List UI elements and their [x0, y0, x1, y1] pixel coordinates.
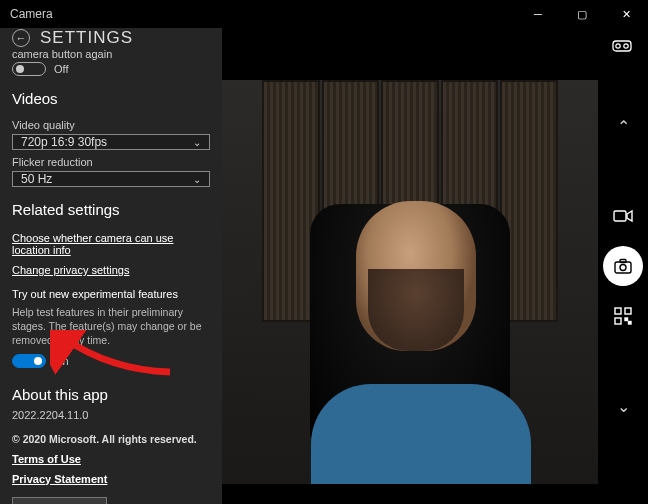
videos-section-title: Videos — [12, 90, 210, 107]
maximize-button[interactable]: ▢ — [560, 0, 604, 28]
video-mode-button[interactable] — [607, 200, 639, 232]
svg-rect-4 — [615, 262, 631, 273]
barcode-mode-button[interactable] — [607, 300, 639, 332]
send-feedback-button[interactable]: Send feedback — [12, 497, 107, 504]
svg-rect-11 — [629, 322, 632, 325]
svg-point-6 — [620, 265, 626, 271]
privacy-statement-link[interactable]: Privacy Statement — [12, 473, 210, 485]
scroll-down-button[interactable]: ⌄ — [607, 390, 639, 422]
chevron-down-icon: ⌄ — [193, 137, 201, 148]
close-button[interactable]: ✕ — [604, 0, 648, 28]
title-bar: Camera ─ ▢ ✕ — [0, 0, 648, 28]
experimental-label: Try out new experimental features — [12, 288, 210, 300]
video-quality-dropdown[interactable]: 720p 16:9 30fps ⌄ — [12, 134, 210, 150]
experimental-toggle[interactable] — [12, 354, 46, 368]
experimental-desc: Help test features in their preliminary … — [12, 305, 210, 348]
svg-rect-5 — [620, 260, 626, 263]
settings-panel: ← SETTINGS camera button again Off Video… — [0, 28, 222, 504]
flicker-value: 50 Hz — [21, 172, 52, 186]
flicker-dropdown[interactable]: 50 Hz ⌄ — [12, 171, 210, 187]
location-link[interactable]: Choose whether camera can use location i… — [12, 232, 210, 256]
camera-button-toggle-state: Off — [54, 63, 68, 75]
copyright: © 2020 Microsoft. All rights reserved. — [12, 433, 210, 445]
svg-rect-3 — [614, 211, 626, 221]
privacy-link[interactable]: Change privacy settings — [12, 264, 210, 276]
back-button[interactable]: ← — [12, 29, 30, 47]
svg-rect-9 — [615, 318, 621, 324]
right-rail: ⌃ ⌄ — [598, 28, 648, 504]
about-version: 2022.2204.11.0 — [12, 409, 210, 421]
video-quality-label: Video quality — [12, 119, 210, 131]
camera-button-hint: camera button again — [12, 48, 210, 60]
minimize-button[interactable]: ─ — [516, 0, 560, 28]
video-quality-value: 720p 16:9 30fps — [21, 135, 107, 149]
svg-rect-10 — [625, 318, 628, 321]
experimental-toggle-state: On — [54, 355, 69, 367]
terms-link[interactable]: Terms of Use — [12, 453, 210, 465]
scroll-up-button[interactable]: ⌃ — [607, 110, 639, 142]
flicker-label: Flicker reduction — [12, 156, 210, 168]
svg-rect-8 — [625, 308, 631, 314]
about-title: About this app — [12, 386, 210, 403]
related-settings-title: Related settings — [12, 201, 210, 218]
app-title: Camera — [10, 7, 53, 21]
shutter-button[interactable] — [603, 246, 643, 286]
camera-button-toggle[interactable] — [12, 62, 46, 76]
settings-title: SETTINGS — [40, 28, 133, 48]
svg-rect-7 — [615, 308, 621, 314]
chevron-down-icon: ⌄ — [193, 174, 201, 185]
